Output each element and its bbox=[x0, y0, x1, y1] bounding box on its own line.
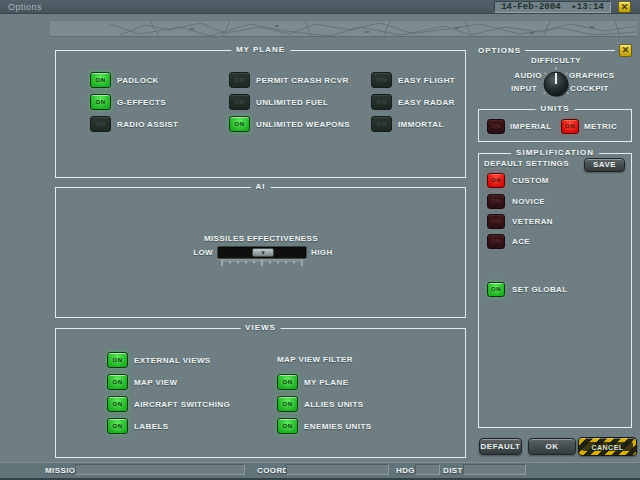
ok-button[interactable]: OK bbox=[528, 438, 576, 455]
toggle-map-view-button[interactable]: ON bbox=[107, 374, 128, 390]
toggle-allies-units-label: ALLIES UNITS bbox=[304, 400, 363, 409]
save-button[interactable]: SAVE bbox=[584, 158, 625, 172]
time-text: 13:14 bbox=[577, 2, 604, 12]
toggle-enemies-units-button[interactable]: ON bbox=[277, 418, 298, 434]
coord-label: COORD bbox=[257, 463, 289, 479]
toggle-radio-assist-button[interactable]: ON bbox=[90, 116, 111, 132]
my-plane-legend: MY PLANE bbox=[231, 45, 290, 54]
toggle-padlock-button[interactable]: ON bbox=[90, 72, 111, 88]
knob-label-graphics[interactable]: GRAPHICS bbox=[569, 71, 614, 80]
toggle-row-easy-flight: ON EASY FLIGHT bbox=[371, 72, 455, 88]
toggle-radio-assist-label: RADIO ASSIST bbox=[117, 120, 178, 129]
toggle-external-views-label: EXTERNAL VIEWS bbox=[134, 356, 211, 365]
units-legend: UNITS bbox=[536, 104, 575, 113]
toggle-row-veteran: ON VETERAN bbox=[487, 213, 553, 229]
toggle-row-aircraft-switching: ON AIRCRAFT SWITCHING bbox=[107, 396, 230, 412]
toggle-immortal-label: IMMORTAL bbox=[398, 120, 444, 129]
toggle-permit-crash-rcvr-button[interactable]: ON bbox=[229, 72, 250, 88]
toggle-veteran-label: VETERAN bbox=[512, 217, 553, 226]
toggle-row-ace: ON ACE bbox=[487, 233, 530, 249]
toggle-row-custom: ON CUSTOM bbox=[487, 172, 549, 188]
section-my-plane: MY PLANE bbox=[55, 50, 466, 178]
toggle-ace-button[interactable]: ON bbox=[487, 234, 505, 249]
toggle-my-plane-filter-label: MY PLANE bbox=[304, 378, 348, 387]
toggle-external-views-button[interactable]: ON bbox=[107, 352, 128, 368]
hdg-field[interactable] bbox=[415, 464, 440, 475]
toggle-g-effects-button[interactable]: ON bbox=[90, 94, 111, 110]
slider-max-label: HIGH bbox=[311, 246, 333, 259]
toggle-labels-label: LABELS bbox=[134, 422, 168, 431]
toggle-novice-button[interactable]: ON bbox=[487, 194, 505, 209]
toggle-unlimited-weapons-label: UNLIMITED WEAPONS bbox=[256, 120, 350, 129]
toggle-unlimited-fuel-button[interactable]: ON bbox=[229, 94, 250, 110]
ai-legend: AI bbox=[251, 182, 271, 191]
toggle-metric-button[interactable]: ON bbox=[561, 119, 579, 134]
toggle-veteran-button[interactable]: ON bbox=[487, 214, 505, 229]
options-legend: OPTIONS bbox=[478, 46, 525, 55]
options-close-icon[interactable]: ✕ bbox=[619, 44, 632, 57]
knob-label-difficulty[interactable]: DIFFICULTY bbox=[531, 56, 581, 65]
category-knob[interactable] bbox=[540, 66, 574, 102]
toggle-novice-label: NOVICE bbox=[512, 197, 545, 206]
toggle-row-unlimited-fuel: ON UNLIMITED FUEL bbox=[229, 94, 328, 110]
toggle-row-easy-radar: ON EASY RADAR bbox=[371, 94, 455, 110]
knob-label-cockpit[interactable]: COCKPIT bbox=[570, 84, 609, 93]
missiles-effectiveness-title: MISSILES EFFECTIVENESS bbox=[56, 234, 466, 243]
cancel-button-label: CANCEL bbox=[582, 442, 633, 451]
cancel-button[interactable]: CANCEL bbox=[578, 437, 637, 456]
map-texture bbox=[50, 21, 637, 37]
knob-label-audio[interactable]: AUDIO bbox=[514, 71, 542, 80]
toggle-row-novice: ON NOVICE bbox=[487, 193, 545, 209]
toggle-row-map-view: ON MAP VIEW bbox=[107, 374, 178, 390]
toggle-imperial-button[interactable]: ON bbox=[487, 119, 505, 134]
toggle-row-imperial: ON IMPERIAL bbox=[487, 118, 551, 134]
toggle-imperial-label: IMPERIAL bbox=[510, 122, 551, 131]
toggle-permit-crash-rcvr-label: PERMIT CRASH RCVR bbox=[256, 76, 349, 85]
dist-field[interactable] bbox=[463, 464, 526, 475]
toggle-aircraft-switching-label: AIRCRAFT SWITCHING bbox=[134, 400, 230, 409]
window-title: Options bbox=[8, 0, 42, 14]
toggle-labels-button[interactable]: ON bbox=[107, 418, 128, 434]
options-screen: Options 14-Feb-2004 ▸13:14 ✕ MY PLANE ON… bbox=[0, 0, 640, 480]
toggle-aircraft-switching-button[interactable]: ON bbox=[107, 396, 128, 412]
toggle-easy-radar-button[interactable]: ON bbox=[371, 94, 392, 110]
missiles-effectiveness-slider[interactable]: ▾ bbox=[217, 246, 307, 259]
toggle-easy-flight-button[interactable]: ON bbox=[371, 72, 392, 88]
toggle-row-immortal: ON IMMORTAL bbox=[371, 116, 444, 132]
toggle-unlimited-weapons-button[interactable]: ON bbox=[229, 116, 250, 132]
toggle-g-effects-label: G-EFFECTS bbox=[117, 98, 166, 107]
toggle-ace-label: ACE bbox=[512, 237, 530, 246]
slider-handle[interactable]: ▾ bbox=[252, 248, 274, 257]
titlebar-close-icon[interactable]: ✕ bbox=[618, 1, 631, 13]
toggle-padlock-label: PADLOCK bbox=[117, 76, 159, 85]
coord-field[interactable] bbox=[286, 464, 389, 475]
section-views: VIEWS bbox=[55, 328, 466, 458]
toggle-easy-flight-label: EASY FLIGHT bbox=[398, 76, 455, 85]
toggle-enemies-units-label: ENEMIES UNITS bbox=[304, 422, 371, 431]
toggle-row-metric: ON METRIC bbox=[561, 118, 617, 134]
simplification-legend: SIMPLIFICATION bbox=[511, 148, 599, 157]
datetime-display: 14-Feb-2004 ▸13:14 bbox=[494, 1, 611, 13]
toggle-metric-label: METRIC bbox=[584, 122, 617, 131]
toggle-row-my-plane-filter: ON MY PLANE bbox=[277, 374, 348, 390]
default-settings-label: DEFAULT SETTINGS bbox=[484, 157, 569, 171]
toggle-row-radio-assist: ON RADIO ASSIST bbox=[90, 116, 178, 132]
toggle-immortal-button[interactable]: ON bbox=[371, 116, 392, 132]
toggle-set-global-button[interactable]: ON bbox=[487, 282, 505, 297]
default-button[interactable]: DEFAULT bbox=[479, 438, 522, 455]
toggle-row-permit-crash-rcvr: ON PERMIT CRASH RCVR bbox=[229, 72, 349, 88]
slider-tick-marks bbox=[217, 260, 307, 267]
hdg-label: HDG bbox=[396, 463, 415, 479]
map-view-filter-header: MAP VIEW FILTER bbox=[277, 352, 353, 368]
toggle-custom-button[interactable]: ON bbox=[487, 173, 505, 188]
mission-field[interactable] bbox=[75, 464, 245, 475]
toggle-my-plane-filter-button[interactable]: ON bbox=[277, 374, 298, 390]
knob-label-input[interactable]: INPUT bbox=[511, 84, 537, 93]
toggle-unlimited-fuel-label: UNLIMITED FUEL bbox=[256, 98, 328, 107]
toggle-row-external-views: ON EXTERNAL VIEWS bbox=[107, 352, 211, 368]
toggle-row-allies-units: ON ALLIES UNITS bbox=[277, 396, 363, 412]
toggle-set-global-label: SET GLOBAL bbox=[512, 285, 568, 294]
toggle-row-padlock: ON PADLOCK bbox=[90, 72, 159, 88]
toggle-allies-units-button[interactable]: ON bbox=[277, 396, 298, 412]
slider-min-label: LOW bbox=[193, 246, 213, 259]
